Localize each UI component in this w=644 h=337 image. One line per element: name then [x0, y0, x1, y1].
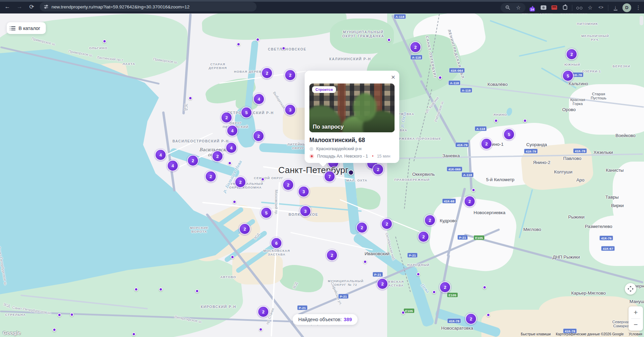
cluster-marker[interactable]: 4: [227, 126, 237, 136]
camera-extension-icon[interactable]: [540, 4, 547, 11]
cluster-marker[interactable]: 2: [425, 215, 435, 225]
property-dot-marker[interactable]: [53, 328, 56, 332]
property-dot-marker[interactable]: [432, 290, 436, 294]
property-dot-marker[interactable]: [256, 38, 260, 41]
cluster-marker[interactable]: 4: [226, 143, 236, 153]
extensions-puzzle-icon[interactable]: [561, 4, 569, 11]
pan-control-button[interactable]: [625, 283, 636, 295]
cluster-marker[interactable]: 3: [300, 206, 310, 216]
cluster-marker[interactable]: 5: [241, 107, 251, 117]
cluster-marker[interactable]: 5: [563, 71, 573, 81]
site-settings-icon[interactable]: [44, 4, 48, 9]
cluster-marker[interactable]: 7: [325, 171, 335, 181]
cluster-marker[interactable]: 2: [240, 224, 250, 234]
keyboard-shortcuts-link[interactable]: Быстрые клавиши: [521, 332, 551, 336]
cluster-marker[interactable]: 5: [261, 208, 271, 218]
bookmark-star-icon[interactable]: ☆: [515, 4, 522, 11]
profile-avatar[interactable]: D: [622, 3, 631, 12]
cluster-marker[interactable]: 2: [222, 112, 232, 123]
cluster-marker[interactable]: 2: [253, 131, 264, 141]
devtools-code-icon[interactable]: <>: [597, 4, 605, 11]
property-dot-marker[interactable]: [233, 200, 236, 204]
property-dot-marker[interactable]: [282, 46, 285, 50]
cluster-marker[interactable]: 2: [382, 219, 392, 229]
property-title[interactable]: Малоохтинский, 68: [309, 137, 395, 144]
extension-updates-icon[interactable]: 14: [529, 4, 536, 11]
screen-extension-icon[interactable]: [550, 4, 558, 11]
downloads-icon[interactable]: ↓: [612, 4, 619, 11]
search-icon[interactable]: [504, 4, 511, 11]
cluster-marker[interactable]: 2: [377, 279, 387, 289]
cluster-marker[interactable]: 6: [271, 238, 281, 248]
cluster-marker[interactable]: 2: [465, 196, 475, 206]
cluster-marker[interactable]: 2: [206, 171, 216, 181]
property-dot-marker[interactable]: [132, 332, 136, 336]
property-dot-marker[interactable]: [228, 161, 232, 165]
property-dot-marker[interactable]: [58, 313, 61, 317]
back-button[interactable]: ←: [3, 2, 12, 11]
property-dot-marker[interactable]: [472, 188, 475, 192]
property-dot-marker[interactable]: [401, 311, 405, 314]
time-separator: •: [372, 154, 374, 159]
cluster-marker[interactable]: 2: [418, 232, 429, 242]
property-dot-marker[interactable]: [363, 260, 367, 264]
price-label: По запросу: [313, 124, 344, 130]
cluster-marker[interactable]: 4: [156, 150, 166, 160]
property-dot-marker[interactable]: [261, 177, 265, 181]
property-dot-marker[interactable]: [195, 289, 199, 293]
property-dot-marker[interactable]: [231, 255, 234, 259]
map-label: ВАСИЛЕОСТРОВСКИЙ Р-Н: [172, 139, 229, 143]
cluster-marker[interactable]: 2: [188, 156, 198, 166]
sparkle-star-icon[interactable]: ☆: [586, 4, 594, 11]
property-dot-marker[interactable]: [523, 119, 527, 123]
cluster-marker[interactable]: 3: [299, 187, 309, 197]
side-panel-handle[interactable]: [640, 16, 643, 25]
property-dot-marker[interactable]: [237, 42, 240, 46]
property-dot-marker[interactable]: [259, 328, 263, 331]
cluster-marker[interactable]: 3: [285, 105, 295, 115]
zoom-out-button[interactable]: −: [629, 319, 643, 331]
road-shield: 41К-78: [573, 148, 587, 154]
property-photo[interactable]: Строится По запросу: [309, 83, 395, 132]
cluster-marker[interactable]: 2: [410, 42, 420, 52]
cluster-marker[interactable]: 2: [283, 180, 293, 190]
catalog-button[interactable]: В каталог: [7, 22, 46, 34]
zoom-in-button[interactable]: +: [629, 306, 643, 318]
forward-button[interactable]: →: [15, 2, 24, 11]
cluster-marker[interactable]: 2: [440, 282, 450, 292]
property-dot-marker[interactable]: [70, 313, 74, 316]
cluster-marker[interactable]: 2: [357, 223, 367, 233]
cluster-marker[interactable]: 2: [285, 70, 295, 80]
cluster-marker[interactable]: 2: [212, 151, 223, 161]
menu-kebab-icon[interactable]: ⋮: [635, 4, 642, 11]
cluster-marker[interactable]: 4: [168, 161, 178, 171]
cluster-marker[interactable]: 2: [327, 250, 337, 260]
property-dot-marker[interactable]: [159, 288, 163, 291]
property-dot-marker[interactable]: [103, 39, 106, 43]
cluster-marker[interactable]: 5: [504, 129, 514, 139]
cluster-marker[interactable]: 2: [258, 307, 268, 317]
incognito-glasses-icon[interactable]: [576, 4, 583, 11]
cluster-marker[interactable]: 4: [254, 94, 264, 104]
close-icon[interactable]: ×: [391, 73, 395, 81]
cluster-marker[interactable]: 2: [567, 49, 577, 59]
cluster-marker[interactable]: 2: [481, 139, 492, 149]
property-dot-marker[interactable]: [134, 288, 138, 291]
property-dot-marker[interactable]: [387, 38, 391, 42]
map-canvas[interactable]: Санкт-ПетербургКАЛИНИНСКИЙ Р-НМУНИЦИПАЛЬ…: [0, 0, 644, 337]
cluster-marker[interactable]: 2: [235, 177, 245, 187]
terms-link[interactable]: Условия: [629, 332, 642, 336]
cluster-marker[interactable]: 2: [373, 164, 383, 174]
property-dot-marker[interactable]: [494, 119, 498, 123]
cluster-marker[interactable]: 2: [466, 314, 476, 324]
selected-marker[interactable]: [348, 170, 354, 175]
reload-button[interactable]: ⟳: [27, 2, 36, 11]
property-dot-marker[interactable]: [486, 313, 490, 317]
property-dot-marker[interactable]: [483, 285, 486, 289]
property-dot-marker[interactable]: [416, 272, 420, 276]
address-bar[interactable]: new.trendproperty.ru/map?lat=59.927642&l…: [40, 2, 257, 11]
url-text[interactable]: new.trendproperty.ru/map?lat=59.927642&l…: [52, 4, 190, 9]
property-dot-marker[interactable]: [438, 76, 442, 79]
cluster-marker[interactable]: 2: [262, 68, 272, 78]
property-dot-marker[interactable]: [189, 96, 192, 100]
